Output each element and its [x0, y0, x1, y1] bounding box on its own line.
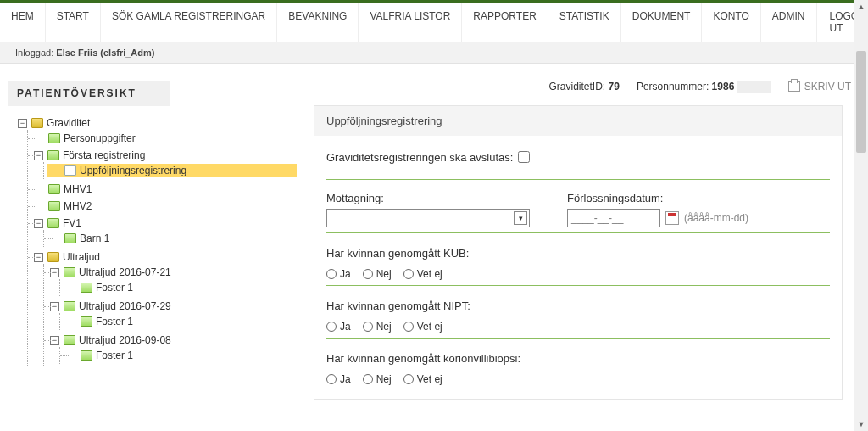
kub-ja[interactable]: Ja	[326, 268, 351, 280]
graviditet-id: GraviditetID: 79	[549, 81, 620, 92]
opt-ja-label: Ja	[340, 373, 351, 385]
tree-node-barn1[interactable]: Barn 1	[47, 232, 297, 245]
tree-node-ultraljud-1[interactable]: − Ultraljud 2016-07-21	[47, 266, 297, 279]
nav-bevakning[interactable]: BEVAKNING	[277, 3, 359, 42]
tree-node-foster1b[interactable]: Foster 1	[64, 315, 297, 328]
radio-icon	[363, 269, 373, 279]
nav-admin[interactable]: ADMIN	[761, 3, 817, 42]
minus-icon[interactable]: −	[50, 268, 59, 277]
opt-nej-label: Nej	[376, 321, 392, 333]
folder-icon	[31, 118, 43, 128]
file-icon	[48, 133, 60, 143]
opt-vetej-label: Vet ej	[417, 321, 442, 333]
tree-node-ultraljud-2[interactable]: − Ultraljud 2016-07-29	[47, 299, 297, 313]
form-card: Uppföljningsregistrering Graviditetsregi…	[314, 105, 843, 400]
nav-rapporter[interactable]: RAPPORTER	[462, 3, 548, 42]
question-korion-label: Har kvinnan genomgått korionvillibiopsi:	[326, 352, 830, 365]
radio-icon	[403, 374, 414, 384]
tree-node-foster1c[interactable]: Foster 1	[64, 349, 297, 362]
nipt-ja[interactable]: Ja	[326, 321, 351, 333]
radio-icon	[403, 269, 414, 279]
radio-icon	[363, 322, 373, 332]
tree-label: Foster 1	[96, 316, 133, 327]
main-panel: GraviditetID: 79 Personnummer: 1986 SKRI…	[305, 64, 868, 400]
file-icon	[47, 218, 59, 228]
radio-icon	[326, 374, 337, 384]
chevron-down-icon: ▾	[514, 211, 527, 225]
scroll-thumb[interactable]	[856, 51, 866, 153]
mottagning-select[interactable]: ▾	[326, 209, 530, 227]
divider	[326, 179, 830, 180]
file-icon	[48, 184, 60, 194]
close-registration-label: Graviditetsregistreringen ska avslutas:	[326, 151, 513, 164]
nipt-nej[interactable]: Nej	[363, 321, 392, 333]
tree-node-uppfoljning[interactable]: Uppföljningsregistrering	[47, 164, 297, 177]
tree-label: Foster 1	[96, 282, 133, 294]
tree-node-graviditet[interactable]: − Graviditet	[15, 116, 297, 130]
tree-label: Första registrering	[63, 149, 145, 161]
nav-valfria[interactable]: VALFRIA LISTOR	[359, 3, 462, 42]
minus-icon[interactable]: −	[34, 219, 43, 228]
top-nav-left: HEM START SÖK GAMLA REGISTRERINGAR BEVAK…	[0, 3, 817, 42]
file-icon	[81, 283, 92, 293]
top-nav-bar: HEM START SÖK GAMLA REGISTRERINGAR BEVAK…	[0, 0, 868, 42]
logged-in-bar: Inloggad: Else Friis (elsfri_Adm)	[0, 42, 868, 64]
printer-icon	[788, 81, 800, 92]
opt-vetej-label: Vet ej	[417, 268, 442, 280]
kub-vetej[interactable]: Vet ej	[403, 268, 442, 280]
grav-id-value: 79	[609, 81, 620, 92]
logged-in-user: Else Friis (elsfri_Adm)	[56, 48, 154, 58]
nav-sok-gamla[interactable]: SÖK GAMLA REGISTRERINGAR	[101, 3, 277, 42]
korion-ja[interactable]: Ja	[326, 373, 351, 385]
pn-value: 1986	[712, 81, 735, 92]
opt-ja-label: Ja	[340, 321, 351, 333]
file-icon	[64, 335, 75, 345]
divider	[326, 338, 830, 339]
tree-node-mhv2[interactable]: MHV2	[31, 199, 297, 213]
print-button[interactable]: SKRIV UT	[788, 81, 851, 92]
nav-statistik[interactable]: STATISTIK	[548, 3, 621, 42]
tree-node-personuppgifter[interactable]: Personuppgifter	[31, 132, 297, 145]
minus-icon[interactable]: −	[50, 336, 59, 345]
minus-icon[interactable]: −	[34, 151, 43, 160]
minus-icon[interactable]: −	[34, 253, 43, 262]
print-label: SKRIV UT	[804, 81, 851, 92]
file-icon	[64, 267, 75, 277]
tree-node-mhv1[interactable]: MHV1	[31, 182, 297, 196]
file-icon	[64, 165, 76, 176]
korion-nej[interactable]: Nej	[363, 373, 392, 385]
date-format-hint: (åååå-mm-dd)	[684, 212, 748, 224]
tree-node-ultraljud[interactable]: − Ultraljud	[31, 250, 297, 264]
forlossningsdatum-input[interactable]: ____-__-__	[567, 209, 660, 227]
tree-node-foster1a[interactable]: Foster 1	[64, 281, 297, 294]
minus-icon[interactable]: −	[50, 302, 59, 311]
radio-icon	[326, 269, 337, 279]
tree-node-fv1[interactable]: − FV1	[31, 216, 297, 230]
nipt-vetej[interactable]: Vet ej	[403, 321, 442, 333]
opt-vetej-label: Vet ej	[417, 373, 442, 385]
radio-icon	[363, 374, 373, 384]
tree-node-forsta-registrering[interactable]: − Första registrering	[31, 148, 297, 162]
tree-label: Graviditet	[47, 117, 90, 129]
close-registration-checkbox[interactable]	[518, 151, 530, 163]
personnummer: Personnummer: 1986	[637, 81, 771, 93]
kub-nej[interactable]: Nej	[363, 268, 392, 280]
vertical-scrollbar[interactable]: ▲ ▼	[854, 0, 868, 400]
minus-icon[interactable]: −	[18, 119, 27, 128]
nav-hem[interactable]: HEM	[0, 3, 46, 42]
nav-dokument[interactable]: DOKUMENT	[621, 3, 703, 42]
question-kub: Har kvinnan genomgått KUB: Ja Nej Vet ej	[326, 247, 830, 286]
file-icon	[81, 350, 92, 361]
nav-konto[interactable]: KONTO	[702, 3, 760, 42]
korion-vetej[interactable]: Vet ej	[403, 373, 442, 385]
question-kub-label: Har kvinnan genomgått KUB:	[326, 247, 830, 260]
nav-start[interactable]: START	[46, 3, 101, 42]
folder-icon	[47, 252, 59, 262]
grav-id-label: GraviditetID:	[549, 81, 606, 92]
scroll-up-icon[interactable]: ▲	[854, 0, 868, 14]
pn-label: Personnummer:	[637, 81, 709, 92]
tree-node-ultraljud-3[interactable]: − Ultraljud 2016-09-08	[47, 333, 297, 347]
calendar-icon[interactable]	[665, 211, 679, 225]
forlossningsdatum-label: Förlossningsdatum:	[567, 192, 748, 204]
patient-overview-title: PATIENTÖVERSIKT	[8, 81, 170, 106]
